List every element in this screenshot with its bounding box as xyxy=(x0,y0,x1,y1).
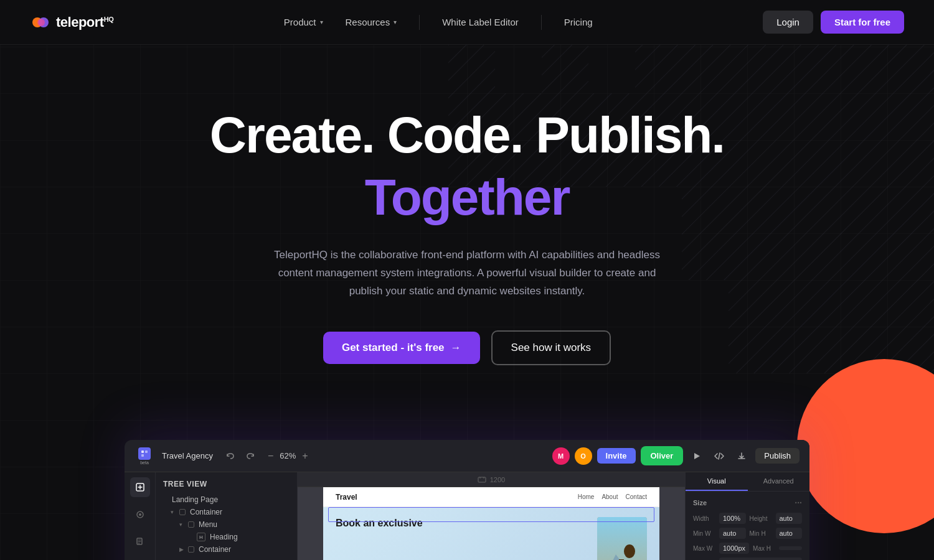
undo-button[interactable] xyxy=(223,449,238,464)
svg-point-40 xyxy=(139,513,141,516)
flex-value[interactable]: 1 xyxy=(719,558,802,560)
tree-item-container[interactable]: ▾ Container xyxy=(156,506,297,518)
code-button[interactable] xyxy=(710,447,728,465)
navbar-actions: Login Start for free xyxy=(763,11,904,34)
page-body-text: Book an exclusive xyxy=(336,517,590,534)
nav-product[interactable]: Product ▾ xyxy=(284,17,323,27)
editor-body: Tree View Landing Page ▾ Container ▾ Men… xyxy=(125,472,809,560)
nav-resources[interactable]: Resources ▾ xyxy=(346,17,397,27)
sidebar-pages-icon[interactable] xyxy=(130,532,150,552)
toolbar-zoom: − 62% + xyxy=(265,450,311,462)
project-name: Travel Agency xyxy=(162,451,213,460)
download-button[interactable] xyxy=(733,447,750,465)
logo-hq: HQ xyxy=(104,15,114,22)
svg-rect-31 xyxy=(141,450,144,453)
hero-section: Create. Code. Publish. Together Teleport… xyxy=(0,45,934,440)
hero-title-colored: Together xyxy=(30,168,904,226)
svg-rect-32 xyxy=(145,450,148,453)
sidebar-layers-icon[interactable] xyxy=(130,505,150,525)
svg-rect-55 xyxy=(597,517,647,560)
page-nav-about: About xyxy=(601,493,618,500)
chevron-down-icon: ▾ xyxy=(394,19,397,26)
chevron-right-icon: ▾ xyxy=(179,521,186,528)
minw-row: Min W auto Min H auto xyxy=(693,528,802,539)
hero-buttons: Get started - it's free → See how it wor… xyxy=(30,330,904,365)
logo-text: teleportHQ xyxy=(56,14,113,30)
publish-button[interactable]: Publish xyxy=(755,448,800,464)
page-heading: Book an exclusive xyxy=(336,517,590,529)
svg-line-35 xyxy=(719,453,720,459)
editor-tree-panel: Tree View Landing Page ▾ Container ▾ Men… xyxy=(156,472,298,560)
navbar: teleportHQ Product ▾ Resources ▾ White L… xyxy=(0,0,934,45)
nav-white-label[interactable]: White Label Editor xyxy=(442,17,519,27)
page-nav-contact: Contact xyxy=(626,493,647,500)
tree-item-menu[interactable]: ▾ Menu xyxy=(156,518,297,531)
chevron-down-icon: ▾ xyxy=(320,19,323,26)
invite-button[interactable]: Invite xyxy=(597,448,636,464)
minh-value[interactable]: auto xyxy=(776,528,803,539)
svg-rect-33 xyxy=(141,454,144,457)
more-icon[interactable]: ··· xyxy=(795,498,802,508)
logo[interactable]: teleportHQ xyxy=(30,11,113,34)
width-row: Width 100% Height auto xyxy=(693,513,802,524)
editor-left-sidebar xyxy=(125,472,156,560)
tree-item-container-2[interactable]: ▶ Container xyxy=(156,543,297,556)
cta-secondary-button[interactable]: See how it works xyxy=(491,330,611,365)
chevron-right-icon: ▶ xyxy=(179,546,186,553)
nav-pricing[interactable]: Pricing xyxy=(564,17,593,27)
page-nav-links: Home About Contact xyxy=(578,493,647,500)
cta-primary-button[interactable]: Get started - it's free → xyxy=(323,332,480,364)
avatar-m: M xyxy=(552,447,570,465)
svg-rect-52 xyxy=(478,477,486,482)
toolbar-right-controls: M O Invite Oliver xyxy=(552,446,800,465)
canvas-content: Travel Home About Contact Book an exclus… xyxy=(298,487,685,560)
zoom-value: 62% xyxy=(280,451,296,460)
maxw-row: Max W 1000px Max H xyxy=(693,543,802,554)
zoom-out-button[interactable]: − xyxy=(265,450,276,462)
tab-visual[interactable]: Visual xyxy=(686,472,748,491)
oliver-tooltip: Oliver xyxy=(641,446,684,465)
flex-row: Flex 1 xyxy=(693,558,802,560)
checkbox-icon xyxy=(188,521,194,528)
page-body: Book an exclusive xyxy=(323,507,659,560)
canvas-width: 1200 xyxy=(490,476,505,483)
tree-item-heading[interactable]: H Heading xyxy=(156,531,297,543)
heading-icon: H xyxy=(197,533,205,541)
hero-subtitle: TeleportHQ is the collaborative front-en… xyxy=(274,246,660,301)
maxw-value[interactable]: 1000px xyxy=(719,543,749,554)
start-free-button[interactable]: Start for free xyxy=(821,11,904,34)
right-panel-body: Size ··· Width 100% Height auto Min W au… xyxy=(686,492,809,560)
height-value[interactable]: auto xyxy=(776,513,803,524)
checkbox-icon xyxy=(188,546,194,553)
minw-value[interactable]: auto xyxy=(719,528,746,539)
width-value[interactable]: 100% xyxy=(719,513,746,524)
editor-mockup: beta Travel Agency − 62% + xyxy=(125,440,809,560)
editor-toolbar: beta Travel Agency − 62% + xyxy=(125,440,809,472)
svg-marker-34 xyxy=(694,453,700,459)
tree-panel-title: Tree View xyxy=(156,480,297,493)
tab-advanced[interactable]: Advanced xyxy=(748,472,810,491)
nav-links: Product ▾ Resources ▾ White Label Editor… xyxy=(284,15,593,30)
sidebar-add-icon[interactable] xyxy=(130,477,150,497)
zoom-in-button[interactable]: + xyxy=(300,450,310,462)
tree-item-landing-page[interactable]: Landing Page xyxy=(156,493,297,506)
toolbar-history xyxy=(223,449,258,464)
checkbox-icon xyxy=(179,509,186,515)
chevron-right-icon: ▾ xyxy=(171,509,177,515)
redo-button[interactable] xyxy=(243,449,258,464)
preview-button[interactable] xyxy=(688,447,705,465)
page-body-image xyxy=(597,517,647,560)
maxh-value[interactable] xyxy=(779,546,802,550)
login-button[interactable]: Login xyxy=(763,11,813,34)
hero-title: Create. Code. Publish. xyxy=(30,107,904,163)
svg-point-30 xyxy=(37,19,45,26)
page-nav-home: Home xyxy=(578,493,595,500)
editor-canvas: 1200 Travel Home About Contact xyxy=(298,472,685,560)
svg-point-57 xyxy=(624,544,635,558)
canvas-ruler: 1200 xyxy=(298,472,685,487)
page-header: Travel Home About Contact xyxy=(323,487,659,507)
canvas-page: Travel Home About Contact Book an exclus… xyxy=(323,487,659,560)
nav-separator-2 xyxy=(541,15,542,30)
page-brand: Travel xyxy=(336,493,357,502)
avatar-o: O xyxy=(575,447,592,465)
